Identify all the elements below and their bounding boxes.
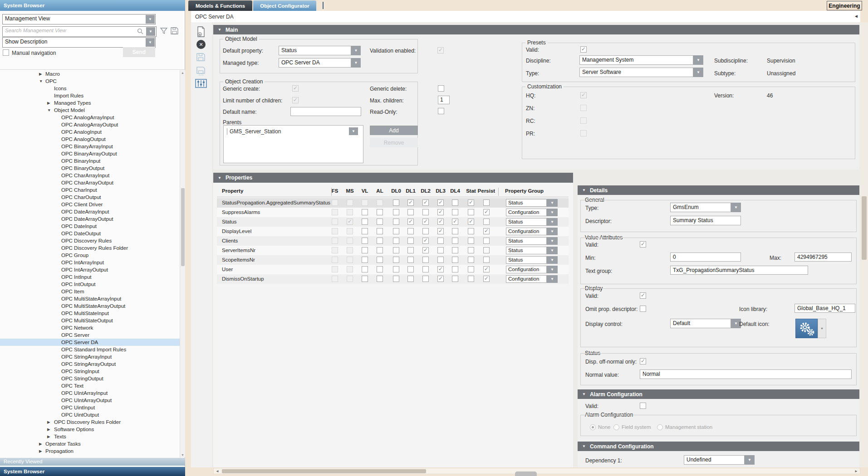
search-dropdown-icon[interactable] [146, 27, 155, 36]
tree-item-opc-dateoutput[interactable]: OPC DateOutput [0, 230, 180, 237]
tab-object-configurator[interactable]: Object Configurator [253, 0, 316, 11]
property-group-select[interactable]: Configuration [506, 228, 547, 235]
checkbox-vl[interactable] [362, 276, 368, 282]
tree-item-opc-server[interactable]: OPC Server [0, 331, 180, 339]
checkbox-vl[interactable] [362, 219, 368, 225]
tree-item-opc-datearrayinput[interactable]: OPC DateArrayInput [0, 208, 180, 215]
tree-item-icons[interactable]: Icons [0, 85, 180, 92]
tree-item-opc-multistatearrayoutput[interactable]: OPC MultiStateArrayOutput [0, 302, 180, 310]
hq-checkbox[interactable] [580, 92, 587, 98]
tree-item-opc-stringoutput[interactable]: OPC StringOutput [0, 375, 180, 382]
checkbox-ms[interactable] [347, 276, 353, 282]
detail-type-dropdown-icon[interactable] [731, 203, 741, 212]
collapsed-expander-icon[interactable]: ▶ [47, 433, 50, 440]
column-header-dl3[interactable]: DL3 [436, 188, 446, 194]
checkbox-stat[interactable] [468, 276, 474, 282]
default-property-dropdown-icon[interactable] [351, 46, 361, 55]
checkbox-dl2[interactable] [422, 209, 429, 215]
default-name-input[interactable] [290, 107, 361, 116]
validation-enabled-checkbox[interactable] [437, 47, 444, 53]
checkbox-fs[interactable] [332, 199, 338, 206]
checkbox-fs[interactable] [332, 209, 338, 215]
tree-item-opc-multistateinput[interactable]: OPC MultiStateInput [0, 310, 180, 317]
checkbox-dl1[interactable] [407, 228, 414, 234]
rc-checkbox[interactable] [580, 117, 587, 124]
tree-item-opc-uintarrayoutput[interactable]: OPC UIntArrayOutput [0, 397, 180, 404]
min-input[interactable]: 0 [670, 253, 741, 262]
manual-navigation-checkbox[interactable] [3, 49, 9, 56]
checkbox-dl4[interactable] [452, 219, 458, 225]
va-valid-checkbox[interactable] [640, 241, 646, 248]
checkbox-al[interactable] [377, 199, 383, 206]
discard-icon[interactable]: ✕ [196, 40, 206, 49]
tree-item-opc-charinput[interactable]: OPC CharInput [0, 186, 180, 194]
checkbox-dl0[interactable] [393, 257, 399, 263]
dependency1-select[interactable]: Undefined [684, 455, 745, 465]
checkbox-al[interactable] [377, 228, 383, 234]
right-scrollbar[interactable] [860, 22, 868, 467]
tree-item-opc-dateinput[interactable]: OPC DateInput [0, 223, 180, 230]
checkbox-dl2[interactable] [422, 257, 429, 263]
type-dropdown-icon[interactable] [693, 68, 703, 77]
managed-type-dropdown-icon[interactable] [351, 58, 361, 68]
property-group-select[interactable]: Configuration [506, 209, 547, 216]
property-group-select[interactable]: Status [506, 256, 547, 264]
property-group-dropdown-icon[interactable] [547, 256, 558, 264]
search-icon[interactable] [137, 28, 143, 34]
collapsed-expander-icon[interactable]: ▶ [39, 447, 42, 455]
property-group-dropdown-icon[interactable] [547, 266, 558, 273]
generic-create-checkbox[interactable] [292, 85, 299, 92]
discipline-dropdown-icon[interactable] [693, 55, 703, 65]
collapse-section-icon[interactable]: ▼ [582, 392, 586, 396]
tree-item-opc-multistateoutput[interactable]: OPC MultiStateOutput [0, 317, 180, 324]
property-group-select[interactable]: Status [506, 199, 547, 207]
checkbox-ms[interactable] [347, 219, 353, 225]
checkbox-ms[interactable] [347, 238, 353, 244]
tree-item-opc-group[interactable]: OPC Group [0, 252, 180, 259]
system-browser-bottom-bar[interactable]: System Browser [0, 466, 185, 476]
checkbox-dl4[interactable] [452, 247, 458, 253]
default-property-select[interactable]: Status [279, 46, 351, 55]
alarm-option-management-station-label[interactable]: Management station [665, 424, 712, 430]
collapse-section-icon[interactable]: ▼ [218, 176, 221, 180]
checkbox-dl1[interactable] [407, 247, 414, 253]
property-group-dropdown-icon[interactable] [547, 275, 558, 283]
main-section-header[interactable]: ▼ Main [213, 25, 859, 34]
property-group-dropdown-icon[interactable] [547, 228, 558, 235]
collapse-section-icon[interactable]: ▼ [218, 28, 221, 32]
checkbox-fs[interactable] [332, 276, 338, 282]
tree-item-opc-multistatearrayinput[interactable]: OPC MultiStateArrayInput [0, 295, 180, 302]
checkbox-al[interactable] [377, 257, 383, 263]
alarm-section-header[interactable]: ▼ Alarm Configuration [578, 389, 859, 399]
checkbox-dl0[interactable] [393, 266, 399, 272]
checkbox-dl1[interactable] [407, 257, 414, 263]
checkbox-dl2[interactable] [422, 219, 429, 225]
column-header-dl2[interactable]: DL2 [421, 188, 431, 194]
checkbox-dl2[interactable] [422, 276, 429, 282]
scroll-up-icon[interactable]: ▲ [181, 71, 184, 74]
column-header-ms[interactable]: MS [346, 188, 353, 194]
tree-scrollbar[interactable]: ▲ ▼ [180, 70, 185, 457]
search-input[interactable]: Search Management View [2, 26, 157, 37]
checkbox-dl0[interactable] [393, 247, 399, 253]
checkbox-vl[interactable] [362, 266, 368, 272]
checkbox-ms[interactable] [347, 266, 353, 272]
pr-checkbox[interactable] [580, 130, 587, 136]
column-header-property[interactable]: Property [222, 188, 243, 194]
tree-item-opc-stringarrayoutput[interactable]: OPC StringArrayOutput [0, 360, 180, 368]
checkbox-dl0[interactable] [393, 228, 399, 234]
tree-item-object-model[interactable]: ▼Object Model [0, 107, 180, 114]
property-group-select[interactable]: Configuration [506, 275, 547, 283]
alarm-option-field-system-radio[interactable] [613, 424, 619, 430]
tree-item-opc-chararrayinput[interactable]: OPC CharArrayInput [0, 172, 180, 179]
property-group-select[interactable]: Status [506, 247, 547, 254]
parents-item-dropdown-icon[interactable] [349, 127, 358, 135]
collapsed-expander-icon[interactable]: ▶ [39, 70, 42, 78]
checkbox-dl3[interactable] [437, 238, 444, 244]
checkbox-fs[interactable] [332, 219, 338, 225]
checkbox-fs[interactable] [332, 257, 338, 263]
display-valid-checkbox[interactable] [640, 292, 646, 299]
icon-library-input[interactable]: Global_Base_HQ_1 [794, 304, 855, 313]
display-control-select[interactable]: Default [670, 319, 731, 328]
checkbox-vl[interactable] [362, 228, 368, 234]
